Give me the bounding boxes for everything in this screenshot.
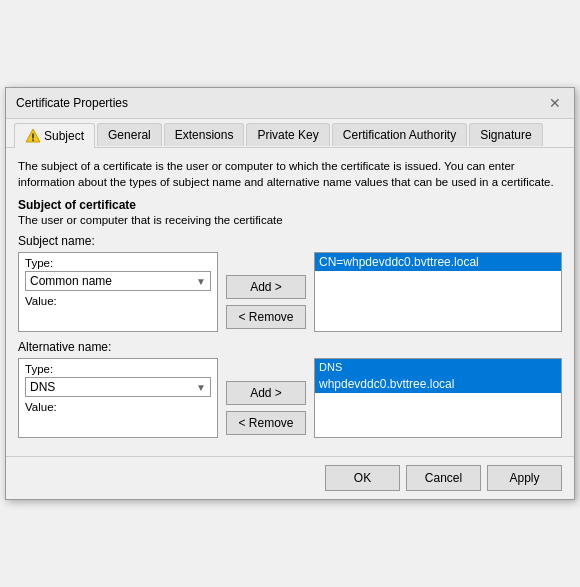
alt-type-label: Type: [25,363,211,375]
dialog-title: Certificate Properties [16,96,128,110]
alt-name-label: Alternative name: [18,340,562,354]
type-label: Type: [25,257,211,269]
type-dropdown[interactable]: Common name ▼ [25,271,211,291]
alt-chevron-down-icon: ▼ [196,382,206,393]
alt-list-box: DNS whpdevddc0.bvttree.local [314,358,562,438]
subject-name-box: Type: Common name ▼ Value: [18,252,218,332]
alt-remove-button[interactable]: < Remove [226,411,306,435]
subject-remove-button[interactable]: < Remove [226,305,306,329]
subject-of-cert-subtitle: The user or computer that is receiving t… [18,214,562,226]
certificate-properties-dialog: Certificate Properties ✕ Subject General… [5,87,575,500]
subject-list-box: CN=whpdevddc0.bvttree.local [314,252,562,332]
alt-list-dns-label[interactable]: DNS [315,359,561,375]
tab-content: The subject of a certificate is the user… [6,148,574,456]
footer-bar: OK Cancel Apply [6,456,574,499]
chevron-down-icon: ▼ [196,276,206,287]
alt-type-dropdown-value: DNS [30,380,55,394]
tab-signature[interactable]: Signature [469,123,542,146]
description-text: The subject of a certificate is the user… [18,158,562,190]
alt-buttons: Add > < Remove [226,358,306,438]
tab-subject[interactable]: Subject [14,123,95,148]
type-dropdown-value: Common name [30,274,112,288]
subject-add-button[interactable]: Add > [226,275,306,299]
apply-button[interactable]: Apply [487,465,562,491]
ok-button[interactable]: OK [325,465,400,491]
svg-rect-1 [32,133,34,138]
tab-private-key[interactable]: Private Key [246,123,329,146]
subject-name-row: Type: Common name ▼ Value: Add > < Remov… [18,252,562,332]
alt-list-item[interactable]: whpdevddc0.bvttree.local [315,375,561,393]
tab-certification-authority[interactable]: Certification Authority [332,123,467,146]
tab-subject-label: Subject [44,129,84,143]
svg-rect-2 [32,139,34,141]
cancel-button[interactable]: Cancel [406,465,481,491]
list-item[interactable]: CN=whpdevddc0.bvttree.local [315,253,561,271]
alt-name-row: Type: DNS ▼ Value: Add > < Remove DNS wh… [18,358,562,438]
tab-general[interactable]: General [97,123,162,146]
tab-bar: Subject General Extensions Private Key C… [6,119,574,148]
warning-icon [25,128,41,144]
tab-extensions[interactable]: Extensions [164,123,245,146]
subject-name-label: Subject name: [18,234,562,248]
value-label: Value: [25,295,211,307]
close-button[interactable]: ✕ [546,94,564,112]
subject-buttons: Add > < Remove [226,252,306,332]
title-bar: Certificate Properties ✕ [6,88,574,119]
alt-name-box: Type: DNS ▼ Value: [18,358,218,438]
subject-of-cert-title: Subject of certificate [18,198,562,212]
alt-type-dropdown[interactable]: DNS ▼ [25,377,211,397]
alt-value-label: Value: [25,401,211,413]
alt-add-button[interactable]: Add > [226,381,306,405]
